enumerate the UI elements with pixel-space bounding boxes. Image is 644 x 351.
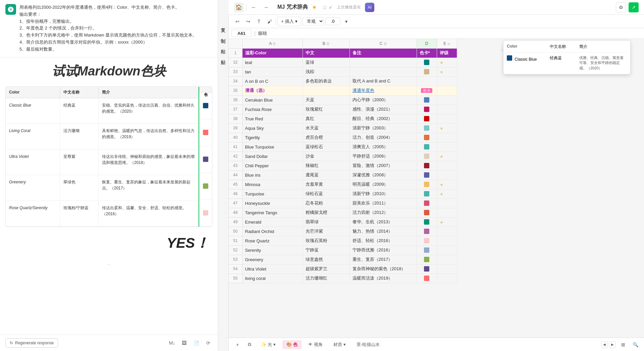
tab-se[interactable]: 🎨 色 <box>282 340 302 349</box>
cell-c[interactable]: 深邃优雅（2008） <box>350 170 417 180</box>
cell-e[interactable] <box>437 142 457 152</box>
cell-b[interactable]: 玫瑰石英粉 <box>303 236 350 245</box>
cell-e[interactable]: ★ <box>437 67 457 76</box>
image-icon[interactable]: 🖼 <box>180 339 188 347</box>
tab-view[interactable]: 👁 视角 <box>304 340 327 349</box>
table-row[interactable]: 44Blue iris鸢尾蓝深邃优雅（2008） <box>229 170 457 180</box>
cell-b[interactable]: 天蓝 <box>303 95 350 105</box>
table-row[interactable]: 43Chili Pepper辣椒红冒险、激情（2007） <box>229 161 457 170</box>
table-row[interactable]: 54Ultra Violet超级紫罗兰复杂而神秘的紫色（2018） <box>229 264 457 274</box>
cell-e[interactable] <box>437 170 457 180</box>
cell-d[interactable]: 色卡 <box>417 86 437 95</box>
header-C[interactable]: 备注 <box>350 48 417 58</box>
table-row[interactable]: 39Aqua Sky水天蓝清新宁静（2003）★ <box>229 123 457 133</box>
refresh-icon[interactable]: ⟳ <box>204 339 212 347</box>
star-icon[interactable]: ★ <box>312 4 317 10</box>
header-B[interactable]: 中文 <box>303 48 350 58</box>
grid-view-btn[interactable]: ⊞ <box>619 340 628 349</box>
cell-a[interactable]: teal <box>242 58 303 67</box>
cell-a[interactable]: Blue Turquoise <box>242 142 303 152</box>
cell-a[interactable]: Mimosa <box>242 180 303 189</box>
cell-a[interactable]: Radiant Orchid <box>242 227 303 236</box>
cell-c[interactable]: 舒适、轻松（2016） <box>350 236 417 245</box>
header-E[interactable]: 评级 <box>437 48 457 58</box>
cell-e[interactable] <box>437 133 457 142</box>
cell-d[interactable] <box>417 76 437 86</box>
cell-b[interactable]: 超级紫罗兰 <box>303 264 350 274</box>
table-row[interactable]: 53Greenery绿意盎然重生、复苏（2017） <box>229 255 457 264</box>
tab-landscape[interactable]: 景-绘描山水 <box>353 340 384 349</box>
cell-d[interactable] <box>417 58 437 67</box>
cell-e[interactable]: ★ <box>437 189 457 198</box>
cell-a[interactable]: Blue iris <box>242 170 303 180</box>
cell-d[interactable] <box>417 227 437 236</box>
cell-c[interactable]: 醒目、经典（2002） <box>350 114 417 123</box>
cell-e[interactable] <box>437 161 457 170</box>
decimal-input[interactable] <box>325 17 340 25</box>
table-row[interactable]: 32teal蓝绿★ <box>229 58 457 67</box>
cell-c[interactable] <box>350 67 417 76</box>
cell-b[interactable]: 真红 <box>303 114 350 123</box>
cell-e[interactable] <box>437 227 457 236</box>
share-btn[interactable]: ↗ <box>629 2 639 12</box>
header-D[interactable]: 色卡* <box>417 48 437 58</box>
cell-c[interactable]: 重生、复苏（2017） <box>350 255 417 264</box>
table-row[interactable]: 47Honeysuckle忍冬花粉甜美欢乐（2011） <box>229 198 457 208</box>
tab-guang[interactable]: ✨ 光 ▾ <box>257 340 280 349</box>
cell-c[interactable]: 清新宁静（2010） <box>350 189 417 198</box>
cell-c[interactable]: 冒险、激情（2007） <box>350 161 417 170</box>
cell-c[interactable]: 活力四射（2012） <box>350 208 417 217</box>
side-action-paste-prep[interactable]: 粘 <box>218 43 228 48</box>
side-action-copy[interactable]: 复 <box>218 21 228 27</box>
cell-d[interactable] <box>417 170 437 180</box>
cell-c[interactable]: 奢华、生机（2013） <box>350 217 417 227</box>
cell-a[interactable]: Sand Dollar <box>242 152 303 161</box>
cell-a[interactable]: Greenery <box>242 255 303 264</box>
cell-e[interactable] <box>437 208 457 217</box>
cell-e[interactable] <box>437 236 457 245</box>
cell-d[interactable] <box>417 217 437 227</box>
insert-btn[interactable]: + 插入 ▾ <box>277 17 301 26</box>
cell-d[interactable] <box>417 133 437 142</box>
cell-c[interactable]: 取代 A and B and C <box>350 76 417 86</box>
table-row[interactable]: 46Turquoise绿松石蓝清新宁静（2010）★ <box>229 189 457 198</box>
cell-c[interactable]: 平静舒适（2006） <box>350 152 417 161</box>
table-row[interactable]: 49Emerald翡翠绿奢华、生机（2013）★ <box>229 217 457 227</box>
table-row[interactable]: 50Radiant Orchid光芒洋紫魅力、热情（2014） <box>229 227 457 236</box>
markdown-icon[interactable]: M↓ <box>168 339 176 347</box>
table-row[interactable]: 41Blue Turquoise蓝绿松石清爽宜人（2005） <box>229 142 457 152</box>
cell-b[interactable]: 柑橘探戈橙 <box>303 208 350 217</box>
table-row[interactable]: 55living coral活力珊瑚红温暖而活泼（2019） <box>229 274 457 283</box>
add-sheet-btn[interactable]: + <box>233 340 242 349</box>
table-row[interactable]: 51Rose Quartz玫瑰石英粉舒适、轻松（2016） <box>229 236 457 245</box>
cell-d[interactable] <box>417 114 437 123</box>
cell-d[interactable] <box>417 142 437 152</box>
back-icon[interactable]: ← <box>249 3 259 12</box>
cell-e[interactable]: ★ <box>437 123 457 133</box>
font-btn[interactable]: T <box>254 17 264 26</box>
cell-d[interactable] <box>417 105 437 114</box>
cell-c[interactable]: 甜美欢乐（2011） <box>350 198 417 208</box>
cell-a[interactable]: 潘通（选） <box>242 86 303 95</box>
table-row[interactable]: 40Tigerlily虎百合橙活力、创造（2004） <box>229 133 457 142</box>
layers-btn[interactable]: ⧉ <box>245 340 254 349</box>
cell-b[interactable]: 蓝绿 <box>303 58 350 67</box>
cell-b[interactable]: 沙金 <box>303 152 350 161</box>
cell-d[interactable] <box>417 274 437 283</box>
cell-c[interactable]: 温暖而活泼（2019） <box>350 274 417 283</box>
header-A[interactable]: 溢彩-Color <box>242 48 303 58</box>
cell-e[interactable] <box>437 76 457 86</box>
format-select[interactable]: 常规 <box>303 17 324 25</box>
cell-b[interactable]: 水天蓝 <box>303 123 350 133</box>
share-icon[interactable]: □ <box>323 5 326 10</box>
cell-a[interactable]: Rose Quartz <box>242 236 303 245</box>
cell-e[interactable] <box>437 255 457 264</box>
cell-a[interactable]: Cerulean Blue <box>242 95 303 105</box>
cell-a[interactable]: Ultra Violet <box>242 264 303 274</box>
cell-d[interactable] <box>417 180 437 189</box>
cell-b[interactable]: 宁静蓝 <box>303 245 350 255</box>
cell-b[interactable]: 含羞草黄 <box>303 180 350 189</box>
spreadsheet-area[interactable]: A ☰ B ☰ C ☰ D <box>229 39 644 338</box>
cell-e[interactable] <box>437 198 457 208</box>
cell-c[interactable]: 活力、创造（2004） <box>350 133 417 142</box>
